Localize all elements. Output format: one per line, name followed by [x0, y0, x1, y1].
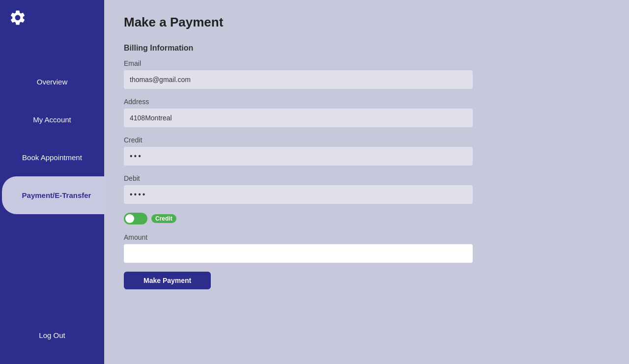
sidebar-item-payment[interactable]: Payment/E-Transfer [2, 176, 106, 214]
sidebar-nav: Overview My Account Book Appointment Pay… [0, 63, 104, 214]
amount-input[interactable] [124, 244, 473, 263]
debit-input[interactable] [124, 185, 473, 204]
address-input[interactable] [124, 109, 473, 127]
sidebar-item-book-appointment[interactable]: Book Appointment [0, 139, 104, 176]
toggle-label: Credit [151, 214, 176, 223]
page-title: Make a Payment [124, 15, 609, 30]
debit-group: Debit [124, 174, 609, 204]
email-group: Email [124, 59, 609, 89]
logout-button[interactable]: Log Out [39, 326, 65, 344]
toggle-knob [125, 214, 134, 223]
email-input[interactable] [124, 70, 473, 89]
gear-icon[interactable] [9, 9, 27, 28]
address-label: Address [124, 98, 609, 106]
sidebar: Overview My Account Book Appointment Pay… [0, 0, 104, 364]
sidebar-item-my-account[interactable]: My Account [0, 101, 104, 139]
amount-group: Amount [124, 233, 609, 263]
billing-section-title: Billing Information [124, 44, 609, 53]
credit-label: Credit [124, 136, 609, 144]
email-label: Email [124, 59, 609, 67]
sidebar-item-overview[interactable]: Overview [0, 63, 104, 101]
make-payment-button[interactable]: Make Payment [124, 272, 211, 289]
address-group: Address [124, 98, 609, 127]
credit-input[interactable] [124, 147, 473, 166]
amount-label: Amount [124, 233, 609, 241]
toggle-row: Credit [124, 213, 609, 224]
debit-label: Debit [124, 174, 609, 182]
main-content: Make a Payment Billing Information Email… [104, 0, 629, 364]
credit-toggle[interactable] [124, 213, 147, 224]
credit-group: Credit [124, 136, 609, 166]
